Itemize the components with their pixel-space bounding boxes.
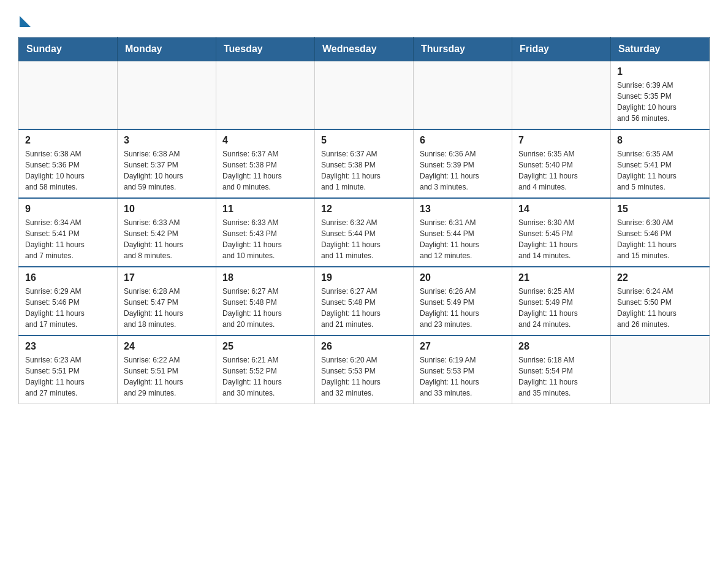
day-number: 25 [222,341,308,352]
calendar-cell: 24Sunrise: 6:22 AM Sunset: 5:51 PM Dayli… [118,335,216,404]
day-info: Sunrise: 6:20 AM Sunset: 5:53 PM Dayligh… [321,354,407,399]
calendar-cell: 25Sunrise: 6:21 AM Sunset: 5:52 PM Dayli… [216,335,315,404]
day-info: Sunrise: 6:27 AM Sunset: 5:48 PM Dayligh… [321,286,407,330]
day-header-monday: Monday [118,37,216,61]
calendar-cell: 9Sunrise: 6:34 AM Sunset: 5:41 PM Daylig… [19,198,118,267]
calendar-cell: 3Sunrise: 6:38 AM Sunset: 5:37 PM Daylig… [118,129,216,198]
day-number: 28 [518,341,604,352]
day-number: 7 [518,135,604,146]
day-info: Sunrise: 6:36 AM Sunset: 5:39 PM Dayligh… [420,148,506,193]
calendar-cell: 6Sunrise: 6:36 AM Sunset: 5:39 PM Daylig… [414,129,512,198]
day-info: Sunrise: 6:33 AM Sunset: 5:42 PM Dayligh… [124,217,210,261]
calendar-cell [19,61,118,130]
calendar-week-3: 9Sunrise: 6:34 AM Sunset: 5:41 PM Daylig… [19,198,710,267]
calendar-cell: 4Sunrise: 6:37 AM Sunset: 5:38 PM Daylig… [216,129,315,198]
day-info: Sunrise: 6:37 AM Sunset: 5:38 PM Dayligh… [222,148,308,193]
day-info: Sunrise: 6:38 AM Sunset: 5:36 PM Dayligh… [25,148,111,193]
calendar-cell: 22Sunrise: 6:24 AM Sunset: 5:50 PM Dayli… [611,267,710,335]
calendar-week-2: 2Sunrise: 6:38 AM Sunset: 5:36 PM Daylig… [19,129,710,198]
day-info: Sunrise: 6:31 AM Sunset: 5:44 PM Dayligh… [420,217,506,261]
day-number: 16 [25,272,111,283]
day-number: 26 [321,341,407,352]
day-number: 23 [25,341,111,352]
day-info: Sunrise: 6:22 AM Sunset: 5:51 PM Dayligh… [124,354,210,399]
calendar-cell [414,61,512,130]
day-info: Sunrise: 6:29 AM Sunset: 5:46 PM Dayligh… [25,286,111,330]
day-number: 17 [124,272,210,283]
day-number: 20 [420,272,506,283]
calendar-cell: 14Sunrise: 6:30 AM Sunset: 5:45 PM Dayli… [512,198,611,267]
day-number: 15 [617,204,703,215]
day-info: Sunrise: 6:27 AM Sunset: 5:48 PM Dayligh… [222,286,308,330]
calendar-cell: 8Sunrise: 6:35 AM Sunset: 5:41 PM Daylig… [611,129,710,198]
calendar-cell: 16Sunrise: 6:29 AM Sunset: 5:46 PM Dayli… [19,267,118,335]
calendar-table: SundayMondayTuesdayWednesdayThursdayFrid… [18,37,710,404]
day-number: 5 [321,135,407,146]
day-number: 27 [420,341,506,352]
calendar-cell: 15Sunrise: 6:30 AM Sunset: 5:46 PM Dayli… [611,198,710,267]
day-header-wednesday: Wednesday [315,37,414,61]
day-info: Sunrise: 6:23 AM Sunset: 5:51 PM Dayligh… [25,354,111,399]
day-number: 13 [420,204,506,215]
calendar-cell: 7Sunrise: 6:35 AM Sunset: 5:40 PM Daylig… [512,129,611,198]
day-number: 19 [321,272,407,283]
day-info: Sunrise: 6:24 AM Sunset: 5:50 PM Dayligh… [617,286,703,330]
logo-arrow-icon [20,16,31,27]
day-header-thursday: Thursday [414,37,512,61]
calendar-cell: 19Sunrise: 6:27 AM Sunset: 5:48 PM Dayli… [315,267,414,335]
day-number: 1 [617,66,703,77]
day-info: Sunrise: 6:39 AM Sunset: 5:35 PM Dayligh… [617,80,703,124]
calendar-cell: 20Sunrise: 6:26 AM Sunset: 5:49 PM Dayli… [414,267,512,335]
day-header-tuesday: Tuesday [216,37,315,61]
day-header-sunday: Sunday [19,37,118,61]
calendar-cell: 1Sunrise: 6:39 AM Sunset: 5:35 PM Daylig… [611,61,710,130]
calendar-cell [118,61,216,130]
calendar-cell: 28Sunrise: 6:18 AM Sunset: 5:54 PM Dayli… [512,335,611,404]
day-info: Sunrise: 6:35 AM Sunset: 5:40 PM Dayligh… [518,148,604,193]
calendar-cell: 12Sunrise: 6:32 AM Sunset: 5:44 PM Dayli… [315,198,414,267]
day-info: Sunrise: 6:25 AM Sunset: 5:49 PM Dayligh… [518,286,604,330]
day-number: 18 [222,272,308,283]
page-header [18,12,710,25]
day-number: 4 [222,135,308,146]
day-info: Sunrise: 6:38 AM Sunset: 5:37 PM Dayligh… [124,148,210,193]
day-number: 10 [124,204,210,215]
day-number: 8 [617,135,703,146]
day-info: Sunrise: 6:34 AM Sunset: 5:41 PM Dayligh… [25,217,111,261]
calendar-cell: 27Sunrise: 6:19 AM Sunset: 5:53 PM Dayli… [414,335,512,404]
day-info: Sunrise: 6:26 AM Sunset: 5:49 PM Dayligh… [420,286,506,330]
calendar-cell: 5Sunrise: 6:37 AM Sunset: 5:38 PM Daylig… [315,129,414,198]
day-number: 21 [518,272,604,283]
calendar-week-4: 16Sunrise: 6:29 AM Sunset: 5:46 PM Dayli… [19,267,710,335]
calendar-cell: 17Sunrise: 6:28 AM Sunset: 5:47 PM Dayli… [118,267,216,335]
calendar-cell [512,61,611,130]
day-number: 3 [124,135,210,146]
calendar-cell: 18Sunrise: 6:27 AM Sunset: 5:48 PM Dayli… [216,267,315,335]
day-info: Sunrise: 6:35 AM Sunset: 5:41 PM Dayligh… [617,148,703,193]
day-header-saturday: Saturday [611,37,710,61]
calendar-cell [216,61,315,130]
calendar-week-1: 1Sunrise: 6:39 AM Sunset: 5:35 PM Daylig… [19,61,710,130]
calendar-header-row: SundayMondayTuesdayWednesdayThursdayFrid… [19,37,710,61]
calendar-cell: 10Sunrise: 6:33 AM Sunset: 5:42 PM Dayli… [118,198,216,267]
day-info: Sunrise: 6:28 AM Sunset: 5:47 PM Dayligh… [124,286,210,330]
day-number: 11 [222,204,308,215]
calendar-cell: 13Sunrise: 6:31 AM Sunset: 5:44 PM Dayli… [414,198,512,267]
day-info: Sunrise: 6:32 AM Sunset: 5:44 PM Dayligh… [321,217,407,261]
calendar-cell [315,61,414,130]
day-number: 12 [321,204,407,215]
day-number: 22 [617,272,703,283]
calendar-cell: 21Sunrise: 6:25 AM Sunset: 5:49 PM Dayli… [512,267,611,335]
logo [18,12,31,25]
day-number: 14 [518,204,604,215]
day-info: Sunrise: 6:30 AM Sunset: 5:45 PM Dayligh… [518,217,604,261]
calendar-cell: 26Sunrise: 6:20 AM Sunset: 5:53 PM Dayli… [315,335,414,404]
day-info: Sunrise: 6:33 AM Sunset: 5:43 PM Dayligh… [222,217,308,261]
day-number: 2 [25,135,111,146]
day-number: 6 [420,135,506,146]
day-info: Sunrise: 6:19 AM Sunset: 5:53 PM Dayligh… [420,354,506,399]
day-header-friday: Friday [512,37,611,61]
day-info: Sunrise: 6:37 AM Sunset: 5:38 PM Dayligh… [321,148,407,193]
day-number: 9 [25,204,111,215]
calendar-cell: 11Sunrise: 6:33 AM Sunset: 5:43 PM Dayli… [216,198,315,267]
